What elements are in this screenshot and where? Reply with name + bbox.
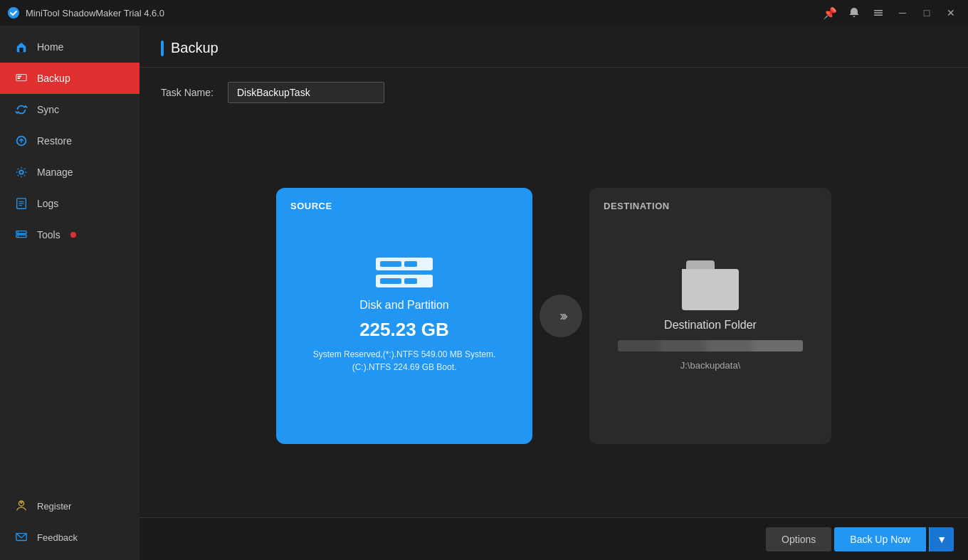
folder-icon (682, 260, 739, 310)
manage-icon (14, 165, 28, 179)
folder-body (682, 269, 739, 310)
close-button[interactable]: ✕ (941, 3, 961, 23)
page-header: Backup (140, 26, 968, 68)
svg-rect-1 (874, 10, 883, 11)
sidebar-item-backup[interactable]: Backup (0, 63, 140, 94)
task-name-label: Task Name: (161, 87, 214, 98)
pin-button[interactable]: 📌 (820, 3, 840, 23)
source-type-label: Disk and Partition (359, 299, 448, 312)
titlebar: MiniTool ShadowMaker Trial 4.6.0 📌 ─ □ ✕ (0, 0, 968, 26)
logs-icon (14, 196, 28, 211)
sidebar-item-restore[interactable]: Restore (0, 125, 140, 157)
tools-icon (14, 228, 28, 242)
app-logo (7, 6, 20, 19)
register-icon (14, 499, 28, 513)
sidebar-item-tools-label: Tools (37, 229, 60, 241)
task-name-row: Task Name: (140, 68, 968, 114)
sidebar-item-manage[interactable]: Manage (0, 157, 140, 188)
page-title: Backup (171, 40, 219, 56)
disk-strip-top (376, 258, 433, 270)
svg-point-17 (18, 236, 19, 237)
svg-rect-7 (18, 78, 21, 79)
destination-path-label: J:\backupdata\ (680, 360, 741, 371)
task-name-input[interactable] (228, 82, 384, 103)
sidebar-bottom: Register Feedback (0, 490, 140, 560)
source-card[interactable]: SOURCE Disk and Partition 225.23 GB Syst… (276, 188, 532, 444)
destination-card[interactable]: DESTINATION Destination Folder J:\backup… (589, 188, 831, 444)
destination-section-label: DESTINATION (604, 201, 670, 211)
sidebar-item-backup-label: Backup (37, 73, 70, 84)
svg-rect-5 (16, 75, 26, 81)
options-button[interactable]: Options (766, 527, 831, 551)
sidebar-item-tools[interactable]: Tools (0, 219, 140, 250)
source-detail-label: System Reserved,(*:).NTFS 549.00 MB Syst… (299, 348, 510, 374)
cards-area: SOURCE Disk and Partition 225.23 GB Syst… (140, 114, 968, 517)
sidebar-item-home-label: Home (37, 41, 63, 53)
sidebar-item-sync[interactable]: Sync (0, 94, 140, 125)
tools-notification-dot (70, 232, 76, 238)
sidebar: Home Backup Sync Restore Manage (0, 26, 140, 560)
folder-tab (686, 260, 715, 269)
backup-dropdown-button[interactable]: ▼ (929, 527, 954, 551)
destination-type-label: Destination Folder (664, 319, 757, 332)
menu-button[interactable] (868, 3, 888, 23)
feedback-icon (14, 530, 28, 544)
notification-button[interactable] (844, 3, 864, 23)
app-title: MiniTool ShadowMaker Trial 4.6.0 (26, 8, 164, 19)
svg-rect-6 (18, 75, 21, 77)
arrow-forward-icon: ››› (540, 295, 582, 337)
svg-point-16 (18, 232, 19, 233)
backup-icon (14, 71, 28, 85)
svg-rect-2 (874, 12, 883, 14)
sidebar-item-home[interactable]: Home (0, 31, 140, 63)
disk-strip-bottom (376, 275, 433, 287)
sidebar-item-sync-label: Sync (37, 104, 59, 115)
arrow-connector: ››› (532, 298, 589, 334)
sync-icon (14, 102, 28, 117)
content-area: Backup Task Name: SOURCE Disk and Partit… (140, 26, 968, 560)
sidebar-item-logs[interactable]: Logs (0, 188, 140, 219)
backup-now-button[interactable]: Back Up Now (834, 527, 926, 551)
sidebar-item-register-label: Register (37, 501, 71, 512)
home-icon (14, 40, 28, 54)
sidebar-item-manage-label: Manage (37, 167, 73, 178)
minimize-button[interactable]: ─ (893, 3, 912, 23)
main-layout: Home Backup Sync Restore Manage (0, 26, 968, 560)
titlebar-controls: 📌 ─ □ ✕ (820, 3, 961, 23)
sidebar-item-logs-label: Logs (37, 198, 58, 209)
restore-button[interactable]: □ (917, 3, 937, 23)
svg-rect-4 (19, 48, 23, 52)
disk-icon (376, 258, 433, 287)
source-section-label: SOURCE (290, 201, 332, 211)
source-size-label: 225.23 GB (359, 319, 449, 341)
restore-icon (14, 134, 28, 148)
sidebar-item-feedback-label: Feedback (37, 532, 78, 543)
sidebar-item-register[interactable]: Register (0, 490, 140, 522)
sidebar-item-feedback[interactable]: Feedback (0, 522, 140, 553)
svg-rect-3 (874, 15, 883, 16)
bottom-bar: Options Back Up Now ▼ (140, 517, 968, 560)
sidebar-item-restore-label: Restore (37, 135, 72, 147)
svg-point-9 (19, 170, 23, 174)
page-title-bar (161, 41, 164, 56)
svg-point-0 (8, 7, 19, 19)
titlebar-left: MiniTool ShadowMaker Trial 4.6.0 (7, 6, 164, 19)
destination-path-bar (618, 340, 803, 352)
